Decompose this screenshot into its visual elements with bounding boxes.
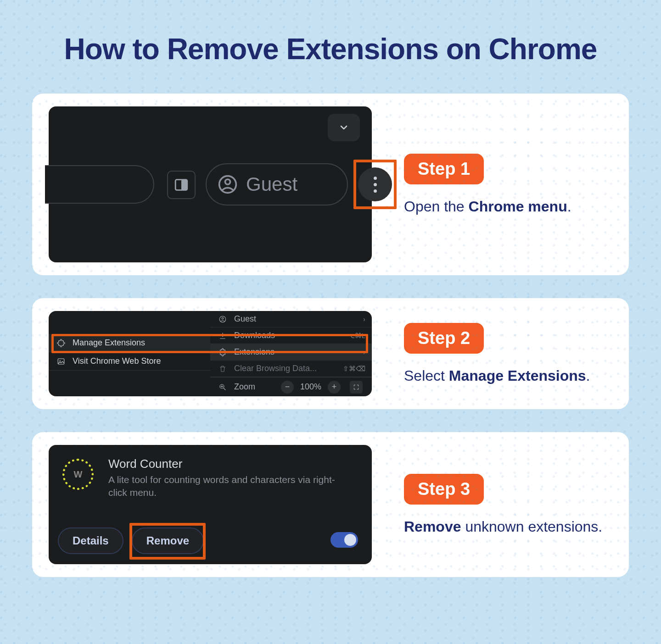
svg-point-3 bbox=[225, 179, 230, 184]
step-card-1: Guest Step 1 Open the Chrome menu. bbox=[32, 94, 629, 275]
fullscreen-icon bbox=[353, 384, 359, 390]
side-panel-button[interactable] bbox=[167, 171, 196, 199]
menu-clear-browsing-data[interactable]: Clear Browsing Data... ⇧⌘⌫ bbox=[210, 361, 372, 377]
step-badge-2: Step 2 bbox=[404, 323, 484, 354]
collapse-button[interactable] bbox=[328, 114, 360, 141]
chrome-main-menu: Guest › Downloads ⌥⌘L Extensions › Clear… bbox=[210, 311, 372, 396]
chevron-down-icon bbox=[338, 122, 349, 133]
submenu-visit-web-store[interactable]: Visit Chrome Web Store bbox=[49, 352, 210, 371]
guest-label: Guest bbox=[246, 173, 297, 195]
zoom-percent: 100% bbox=[300, 382, 321, 392]
menu-guest[interactable]: Guest › bbox=[210, 311, 372, 328]
puzzle-icon bbox=[217, 348, 229, 356]
trash-icon bbox=[217, 365, 229, 373]
profile-guest-button[interactable]: Guest bbox=[206, 163, 348, 205]
details-button[interactable]: Details bbox=[58, 527, 123, 554]
menu-zoom-row: Zoom − 100% + bbox=[210, 377, 372, 396]
address-bar-fragment[interactable] bbox=[45, 165, 154, 204]
step-desc-3: Remove unknown extensions. bbox=[404, 518, 602, 535]
extension-description: A lite tool for counting words and chara… bbox=[108, 473, 353, 500]
menu-extensions[interactable]: Extensions › bbox=[210, 344, 372, 361]
step-badge-1: Step 1 bbox=[404, 154, 484, 184]
enable-toggle[interactable] bbox=[330, 532, 358, 548]
remove-button[interactable]: Remove bbox=[132, 527, 204, 554]
step-desc-2: Select Manage Extensions. bbox=[404, 367, 590, 384]
screenshot-extensions-menu: Manage Extensions Visit Chrome Web Store… bbox=[49, 311, 372, 396]
extension-title: Word Counter bbox=[108, 457, 182, 471]
fullscreen-button[interactable] bbox=[350, 381, 363, 394]
svg-point-5 bbox=[60, 360, 61, 361]
svg-rect-4 bbox=[58, 359, 64, 364]
image-icon bbox=[55, 357, 67, 366]
extension-icon: W bbox=[62, 458, 95, 491]
chrome-menu-button[interactable] bbox=[358, 167, 392, 201]
svg-rect-1 bbox=[181, 180, 187, 190]
screenshot-chrome-menu: Guest bbox=[49, 106, 372, 262]
extensions-submenu: Manage Extensions Visit Chrome Web Store bbox=[49, 334, 210, 371]
step-badge-3: Step 3 bbox=[404, 474, 484, 505]
user-circle-icon bbox=[218, 174, 238, 194]
step-card-3: W Word Counter A lite tool for counting … bbox=[32, 432, 629, 577]
panel-icon bbox=[174, 177, 189, 193]
chevron-right-icon: › bbox=[363, 315, 365, 323]
submenu-manage-extensions[interactable]: Manage Extensions bbox=[49, 334, 210, 352]
zoom-out-button[interactable]: − bbox=[281, 381, 294, 394]
download-icon bbox=[217, 332, 229, 340]
zoom-icon bbox=[217, 383, 229, 391]
user-circle-icon bbox=[217, 315, 229, 323]
screenshot-extension-card: W Word Counter A lite tool for counting … bbox=[49, 445, 372, 564]
svg-point-7 bbox=[222, 317, 224, 319]
chevron-right-icon: › bbox=[363, 348, 365, 356]
page-title: How to Remove Extensions on Chrome bbox=[0, 0, 661, 66]
zoom-in-button[interactable]: + bbox=[328, 381, 341, 394]
highlight-box-menu bbox=[353, 160, 397, 209]
puzzle-icon bbox=[55, 339, 67, 347]
menu-downloads[interactable]: Downloads ⌥⌘L bbox=[210, 328, 372, 344]
step-card-2: Manage Extensions Visit Chrome Web Store… bbox=[32, 298, 629, 409]
step-desc-1: Open the Chrome menu. bbox=[404, 198, 571, 215]
